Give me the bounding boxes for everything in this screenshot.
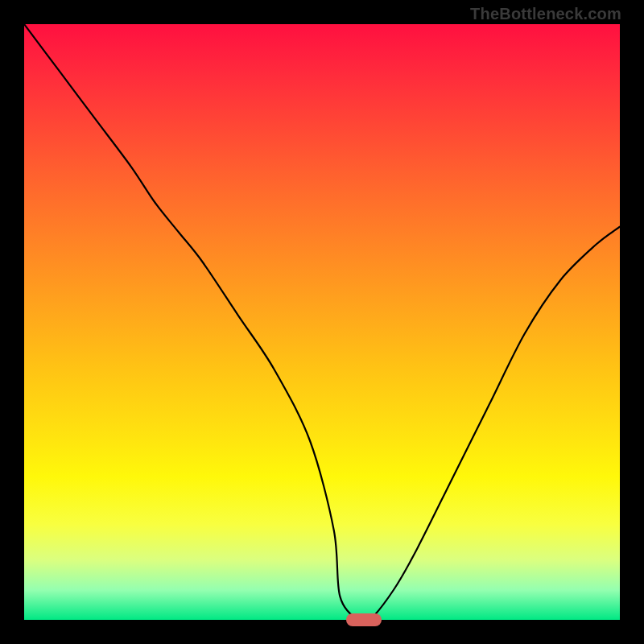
bottleneck-curve-line <box>24 24 620 620</box>
plot-area <box>24 24 620 620</box>
chart-frame: TheBottleneck.com <box>0 0 644 644</box>
watermark-text: TheBottleneck.com <box>470 5 621 23</box>
curve-overlay <box>24 24 620 620</box>
optimal-point-marker <box>346 613 382 626</box>
